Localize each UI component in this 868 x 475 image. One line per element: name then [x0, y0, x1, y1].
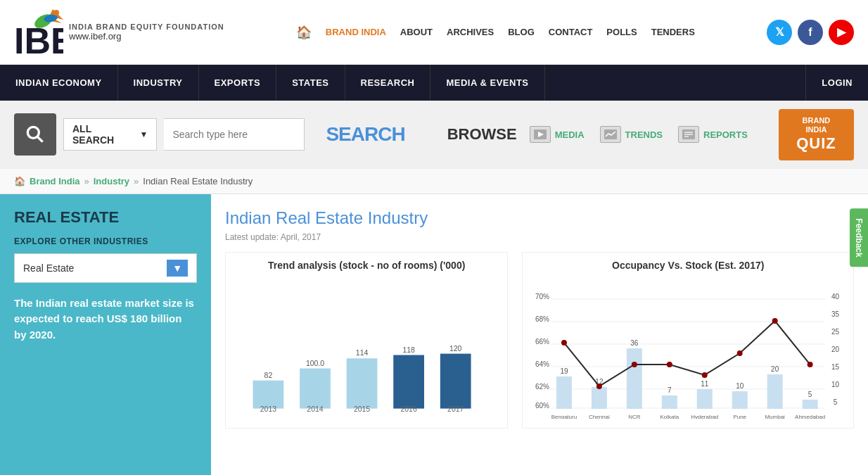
breadcrumb-industry[interactable]: Industry [94, 176, 129, 186]
nav-media-events[interactable]: MEDIA & EVENTS [430, 65, 544, 101]
youtube-button[interactable]: ▶ [829, 20, 854, 45]
sidebar-subtitle: EXPLORE OTHER INDUSTRIES [14, 236, 197, 246]
breadcrumb-sep1: » [84, 176, 89, 186]
svg-text:7: 7 [668, 386, 672, 394]
svg-text:2017: 2017 [447, 405, 464, 413]
nav-blog[interactable]: BLOG [508, 27, 535, 37]
svg-rect-24 [393, 355, 424, 408]
nav-exports[interactable]: EXPORTS [199, 65, 277, 101]
svg-rect-49 [556, 376, 572, 409]
svg-rect-21 [347, 358, 378, 408]
browse-trends[interactable]: TRENDS [600, 126, 663, 143]
select-arrow-icon: ▼ [167, 260, 188, 277]
nav-tenders[interactable]: TENDERS [651, 27, 695, 37]
svg-text:82: 82 [264, 372, 273, 379]
twitter-button[interactable]: 𝕏 [767, 20, 792, 45]
nav-polls[interactable]: POLLS [606, 27, 637, 37]
svg-rect-51 [592, 387, 607, 409]
breadcrumb-sep2: » [134, 176, 139, 186]
occupancy-chart-svg: 70% 68% 66% 64% 62% 60% 40 35 25 20 15 1… [530, 278, 846, 419]
last-update: Latest update: April, 2017 [225, 232, 854, 242]
search-input[interactable] [164, 118, 305, 151]
svg-text:60%: 60% [535, 402, 549, 410]
charts-row: Trend analysis (stock - no of rooms) ('0… [225, 252, 854, 429]
svg-text:100.0: 100.0 [306, 359, 324, 367]
svg-text:10: 10 [831, 381, 840, 388]
org-url: www.ibef.org [69, 31, 224, 42]
svg-text:NCR: NCR [629, 414, 642, 419]
page-title: Indian Real Estate Industry [225, 208, 854, 228]
svg-text:20: 20 [772, 365, 780, 373]
svg-line-7 [37, 137, 42, 142]
svg-text:35: 35 [831, 310, 840, 318]
logo: IBEF INDIA BRAND EQUITY FOUNDATION www.i… [14, 6, 224, 58]
breadcrumb-current: Indian Real Estate Industry [143, 176, 253, 186]
svg-text:20: 20 [831, 346, 840, 353]
sidebar-description: The Indian real estate market size is ex… [14, 296, 197, 343]
svg-text:118: 118 [402, 346, 415, 353]
occupancy-chart: Occupancy Vs. Stock (Est. 2017) 70% 68% … [522, 252, 854, 429]
search-icon-box [14, 113, 56, 156]
search-type-dropdown[interactable]: ALL SEARCH ▼ [63, 118, 157, 151]
svg-text:15: 15 [831, 363, 840, 371]
browse-media[interactable]: MEDIA [530, 126, 585, 143]
nav-industry[interactable]: INDUSTRY [118, 65, 199, 101]
svg-text:Ahmedabad: Ahmedabad [796, 414, 826, 419]
industry-selector[interactable]: Real Estate ▼ [14, 253, 197, 283]
svg-text:Kolkata: Kolkata [660, 414, 679, 419]
svg-text:2013: 2013 [260, 405, 276, 413]
svg-text:40: 40 [831, 293, 840, 300]
sidebar-title: REAL ESTATE [14, 208, 197, 227]
sidebar: REAL ESTATE EXPLORE OTHER INDUSTRIES Rea… [0, 194, 211, 475]
nav-contact[interactable]: CONTACT [549, 27, 593, 37]
browse-section: BROWSE MEDIA TRENDS REPORTS [447, 125, 758, 144]
home-icon: 🏠 [296, 25, 312, 40]
breadcrumb-brand-india[interactable]: Brand India [30, 176, 80, 186]
quiz-top-label: BRAND INDIA [791, 116, 841, 134]
svg-point-71 [772, 318, 778, 324]
floating-feedback-tab[interactable]: Feedback [850, 208, 868, 267]
nav-about[interactable]: ABOUT [400, 27, 433, 37]
svg-point-66 [596, 384, 602, 389]
nav-states[interactable]: STATES [276, 65, 345, 101]
svg-text:62%: 62% [535, 383, 549, 391]
selected-industry: Real Estate [23, 262, 74, 274]
svg-text:2016: 2016 [400, 405, 416, 413]
browse-reports[interactable]: REPORTS [678, 126, 748, 143]
nav-brand-india[interactable]: BRAND INDIA [326, 27, 386, 37]
svg-rect-27 [440, 353, 471, 408]
svg-text:10: 10 [736, 382, 745, 390]
nav-login[interactable]: LOGIN [805, 65, 868, 101]
svg-text:Chennai: Chennai [589, 414, 610, 419]
trend-chart: Trend analysis (stock - no of rooms) ('0… [225, 252, 508, 429]
svg-text:19: 19 [561, 367, 569, 375]
svg-text:64%: 64% [535, 360, 549, 368]
reports-icon [678, 126, 699, 143]
svg-rect-15 [253, 380, 284, 408]
svg-rect-59 [732, 391, 748, 409]
quiz-button[interactable]: BRAND INDIA QUIZ [779, 109, 854, 160]
search-bar: ALL SEARCH ▼ SEARCH BROWSE MEDIA TRENDS … [0, 101, 868, 169]
facebook-button[interactable]: f [798, 20, 823, 45]
svg-text:Bengaluru: Bengaluru [551, 414, 577, 419]
svg-rect-18 [300, 368, 331, 408]
content-area: REAL ESTATE EXPLORE OTHER INDUSTRIES Rea… [0, 194, 868, 475]
nav-indian-economy[interactable]: INDIAN ECONOMY [0, 65, 118, 101]
search-button[interactable]: SEARCH [312, 123, 419, 146]
trend-chart-title: Trend analysis (stock - no of rooms) ('0… [233, 260, 500, 271]
search-icon [24, 123, 46, 146]
browse-reports-label: REPORTS [703, 129, 748, 140]
svg-point-65 [561, 340, 567, 346]
svg-text:5: 5 [808, 391, 812, 398]
svg-point-68 [667, 362, 672, 367]
svg-text:Hyderabad: Hyderabad [691, 414, 719, 419]
dropdown-arrow-icon: ▼ [140, 129, 148, 139]
svg-point-70 [737, 350, 743, 356]
svg-text:68%: 68% [535, 315, 549, 323]
ibef-logo-svg: IBEF [14, 6, 63, 58]
svg-text:120: 120 [449, 345, 462, 353]
svg-text:2015: 2015 [354, 405, 370, 413]
svg-point-67 [632, 362, 637, 367]
nav-research[interactable]: RESEARCH [345, 65, 431, 101]
nav-archives[interactable]: ARCHIVES [447, 27, 494, 37]
